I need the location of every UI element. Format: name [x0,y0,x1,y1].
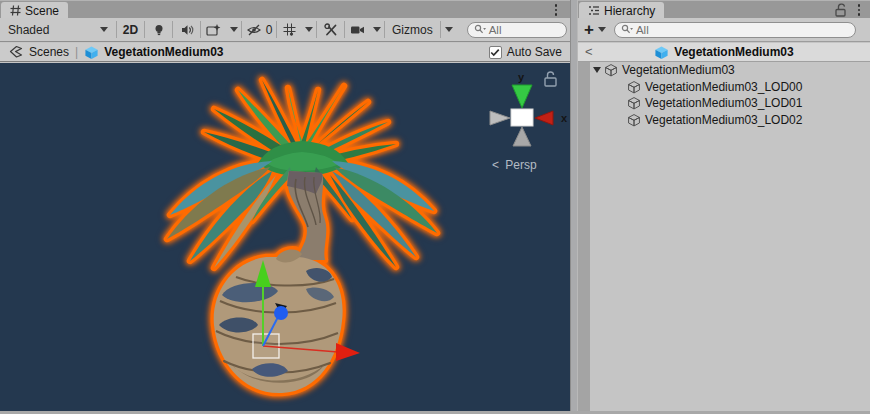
effects-dropdown[interactable] [226,18,241,42]
orientation-left-cone[interactable] [490,111,510,125]
grid-visibility-button[interactable] [277,18,301,42]
lock-open-icon[interactable] [834,3,847,17]
speaker-icon [180,23,194,37]
scene-menu-kebab-icon[interactable] [550,3,562,17]
projection-label: Persp [505,158,537,172]
scene-search-input[interactable]: All [467,22,567,38]
expander-icon[interactable] [593,67,601,73]
gameobject-cube-icon [627,80,641,94]
auto-save-label: Auto Save [507,45,562,59]
create-dropdown-icon[interactable] [598,27,606,32]
prefab-breadcrumb-bar: Scenes | VegetationMedium03 Auto Save [0,43,570,62]
breadcrumb-scenes[interactable]: Scenes [29,45,69,59]
panel-resize-divider[interactable] [570,0,578,414]
scene-view-panel: Scene Shaded 2D [0,0,570,414]
search-icon [621,24,633,35]
scene-toolbar: Shaded 2D [0,18,570,42]
tab-hierarchy[interactable]: Hierarchy [579,2,664,19]
scene-search-value: All [489,24,502,36]
tools-icon [324,23,338,37]
hierarchy-tab-label: Hierarchy [604,4,655,18]
chevron-down-icon [305,27,313,32]
hierarchy-tree: VegetationMedium03 VegetationMedium03_LO… [578,62,870,411]
axis-x-label: x [561,112,568,124]
scene-tab-bar: Scene [0,0,570,18]
gizmos-dropdown[interactable] [441,18,457,42]
tree-row-lod00[interactable]: VegetationMedium03_LOD00 [578,79,870,96]
scene-effects-button[interactable] [201,18,226,42]
back-arrow-icon[interactable] [8,45,24,59]
prefab-cube-icon [84,45,99,60]
axis-y-label: y [518,71,525,83]
scene-camera-button[interactable] [345,18,369,42]
tree-row-label: VegetationMedium03_LOD00 [645,80,802,94]
chevron-down-icon [373,27,381,32]
scene-audio-button[interactable] [173,18,200,42]
tree-row-label: VegetationMedium03_LOD02 [645,113,802,127]
prefab-back-button[interactable]: < [585,44,593,59]
check-icon [490,48,500,57]
scene-grid-icon [10,5,21,16]
camera-dropdown[interactable] [369,18,384,42]
breadcrumb-current-prefab[interactable]: VegetationMedium03 [104,45,223,59]
tree-row-lod01[interactable]: VegetationMedium03_LOD01 [578,95,870,112]
hierarchy-search-input[interactable]: All [614,22,856,38]
prefab-cube-icon [654,45,669,60]
orientation-bottom-cone[interactable] [513,127,531,146]
gizmos-label: Gizmos [392,23,433,37]
hierarchy-toolbar: + All [578,18,870,42]
gameobject-cube-icon [604,63,618,77]
grid-dropdown[interactable] [301,18,316,42]
component-tools-button[interactable] [317,18,344,42]
tree-row-label: VegetationMedium03_LOD01 [645,96,802,110]
orientation-x-cone[interactable] [535,111,553,125]
gameobject-cube-icon [627,96,641,110]
viewport-render: y x < Persp [0,63,570,411]
hierarchy-search-value: All [636,24,649,36]
orientation-y-cone[interactable] [512,85,532,108]
move-gizmo-x-cone[interactable] [336,343,360,361]
grid-icon [283,23,296,36]
tree-row-label: VegetationMedium03 [622,63,735,77]
shading-mode-label: Shaded [8,23,49,37]
lightbulb-icon [152,23,166,37]
chevron-down-icon [445,27,453,32]
camera-icon [350,24,365,36]
unity-editor-window: Scene Shaded 2D [0,0,870,414]
breadcrumb-separator: | [75,45,78,59]
tree-row-lod02[interactable]: VegetationMedium03_LOD02 [578,112,870,129]
scene-viewport[interactable]: y x < Persp [0,63,570,411]
tree-row-root[interactable]: VegetationMedium03 [578,62,870,79]
gameobject-cube-icon [627,113,641,127]
scene-tab-label: Scene [25,4,59,18]
toggle-2d-button[interactable]: 2D [117,18,144,42]
hierarchy-panel: Hierarchy + All < [578,0,870,414]
auto-save-checkbox[interactable] [489,46,502,59]
gizmos-menu[interactable]: Gizmos [385,18,440,42]
prefab-stage-name: VegetationMedium03 [674,45,793,59]
hidden-count: 0 [266,23,273,37]
projection-toggle[interactable]: < Persp [492,158,537,172]
chevron-down-icon [230,27,238,32]
hierarchy-tab-bar: Hierarchy [578,0,870,18]
eye-slash-icon [246,23,263,37]
hierarchy-menu-kebab-icon[interactable] [853,3,865,17]
chevron-down-icon [100,27,108,32]
orientation-center-cube[interactable] [511,109,533,126]
auto-save-toggle: Auto Save [489,45,564,59]
scene-visibility-button[interactable]: 0 [242,18,276,42]
move-gizmo-z-handle[interactable] [274,306,288,320]
hierarchy-icon [588,5,600,16]
palm-tree-model[interactable] [167,80,437,393]
search-icon [474,24,486,35]
shading-mode-dropdown[interactable]: Shaded [0,18,116,42]
effects-icon [206,23,221,37]
scene-lighting-button[interactable] [145,18,172,42]
2d-label: 2D [123,23,138,37]
viewport-lock-icon[interactable] [545,72,556,86]
create-object-button[interactable]: + [584,23,594,37]
prefab-stage-header: < VegetationMedium03 [578,43,870,62]
projection-prefix: < [492,158,499,172]
tab-scene[interactable]: Scene [1,2,68,19]
